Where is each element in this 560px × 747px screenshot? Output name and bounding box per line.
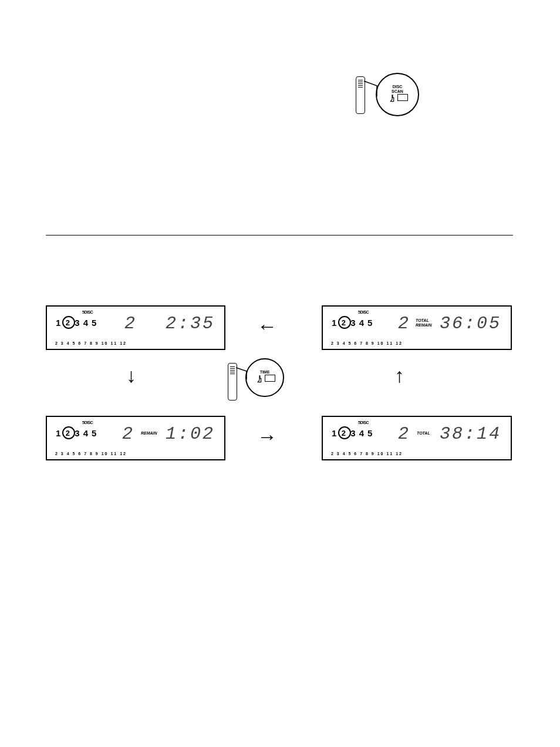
arrow-right-icon: → <box>257 426 277 446</box>
elapsed-time: 2:35 <box>166 314 215 334</box>
arrow-left-icon: ← <box>257 316 277 336</box>
five-disc-label: 5DISC <box>358 310 369 314</box>
disc-numbers: 1 2 3 4 5 <box>55 316 99 329</box>
five-disc-label: 5DISC <box>82 310 93 314</box>
total-remain-time: 36:05 <box>440 314 501 334</box>
track-number: 2 <box>398 424 410 444</box>
track-list: 2 3 4 5 6 7 8 9 10 11 12 <box>331 452 403 456</box>
five-disc-label: 5DISC <box>358 420 369 425</box>
button-rect-icon <box>397 94 408 101</box>
mode-remain: REMAIN <box>141 431 157 436</box>
callout-line-icon <box>235 366 250 382</box>
mode-total: TOTAL <box>417 431 430 436</box>
track-list: 2 3 4 5 6 7 8 9 10 11 12 <box>331 341 403 345</box>
disc-numbers: 1 2 3 4 5 <box>331 426 375 439</box>
lcd-total: 5DISC 1 2 3 4 5 2 TOTAL 38:14 2 3 4 5 6 … <box>322 416 512 460</box>
disc-scan-label: DISC SCAN <box>392 85 403 94</box>
time-button[interactable]: TIME <box>245 358 284 397</box>
total-time: 38:14 <box>440 424 501 444</box>
callout-line-icon <box>363 80 380 97</box>
five-disc-label: 5DISC <box>82 420 93 425</box>
divider <box>46 235 513 235</box>
active-disc: 2 <box>62 316 75 329</box>
track-number: 2 <box>398 314 410 334</box>
remote-disc-scan: DISC SCAN <box>356 76 365 114</box>
track-list: 2 3 4 5 6 7 8 9 10 11 12 <box>55 341 127 345</box>
active-disc: 2 <box>62 426 75 439</box>
disc-numbers: 1 2 3 4 5 <box>331 316 375 329</box>
track-number: 2 <box>122 424 134 444</box>
button-rect-icon <box>265 375 275 382</box>
remain-time: 1:02 <box>166 424 215 444</box>
arrow-up-icon: ↑ <box>394 365 404 385</box>
lcd-total-remain: 5DISC 1 2 3 4 5 2 TOTAL REMAIN 36:05 2 3… <box>322 305 512 350</box>
disc-scan-button[interactable]: DISC SCAN <box>376 73 419 116</box>
track-number: 2 <box>124 314 136 334</box>
track-list: 2 3 4 5 6 7 8 9 10 11 12 <box>55 452 127 456</box>
time-label: TIME <box>260 370 270 375</box>
hand-icon <box>387 94 397 105</box>
hand-icon <box>254 375 265 385</box>
active-disc: 2 <box>338 426 351 439</box>
lcd-elapsed: 5DISC 1 2 3 4 5 2 2:35 2 3 4 5 6 7 8 9 1… <box>46 305 225 350</box>
disc-numbers: 1 2 3 4 5 <box>55 426 99 439</box>
arrow-down-icon: ↓ <box>126 365 136 385</box>
lcd-remain: 5DISC 1 2 3 4 5 2 REMAIN 1:02 2 3 4 5 6 … <box>46 416 225 460</box>
mode-total-remain: TOTAL REMAIN <box>416 318 432 328</box>
active-disc: 2 <box>338 316 351 329</box>
remote-time: TIME <box>228 363 237 401</box>
